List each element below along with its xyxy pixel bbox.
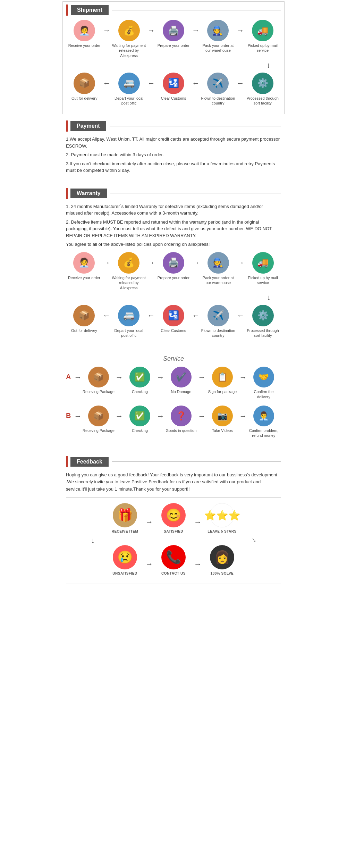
flow-item-7: 🚐 Depart your local post offic	[111, 73, 147, 106]
payment-line-2: 2. Payment must be made within 3 days of…	[66, 151, 281, 158]
flow-item-10: ⚙️ Processed through sort facility	[245, 73, 281, 106]
shipment-flow-row1: 🧑‍💼 Receive your order → 💰 Waiting for p…	[66, 20, 281, 58]
w-flow-label-10: Processed through sort facility	[245, 328, 281, 338]
sb-icon-4: 📷	[212, 406, 233, 426]
sb-label-3: Goods in question	[166, 428, 197, 433]
w-flow-icon-6: 📦	[73, 305, 95, 326]
w-flow-arrow-5: ←	[102, 311, 111, 320]
fb-item-stars: ⭐⭐⭐ LEAVE 5 STARS	[203, 503, 241, 533]
fb-arrow-up-left: ↑	[250, 536, 259, 545]
flow-arrow-4: →	[236, 26, 245, 35]
flow-arrow-1: →	[102, 26, 111, 35]
sa-arrow-3: →	[197, 373, 206, 382]
fb-arrow-3: →	[144, 560, 154, 569]
flow-label-9: Flown to destination country	[200, 96, 236, 106]
shipment-section: Shipment 🧑‍💼 Receive your order → 💰 Wait…	[62, 1, 285, 114]
w-flow-label-1: Receive your order	[68, 275, 100, 280]
w-flow-icon-8: 🛂	[163, 305, 184, 326]
shipment-title: Shipment	[71, 5, 109, 15]
sb-label-4: Take Videos	[212, 428, 233, 433]
service-a-arrow-start: →	[74, 373, 82, 382]
sa-item-3: ✔️ No Damage	[164, 367, 197, 394]
fb-item-solve: 👩 100% SOLVE	[203, 545, 241, 575]
fb-label-unsatisfied: UNSATISFIED	[112, 571, 137, 575]
w-flow-label-7: Depart your local post offic	[111, 328, 147, 338]
feedback-section: Feedback Hoping you can give us a good f…	[62, 456, 285, 590]
sb-icon-2: ✅	[129, 406, 150, 426]
service-row-b: B → 📦 Receving Package → ✅ Checking → ❓ …	[66, 406, 281, 438]
feedback-mid-arrows: ↓ ↑	[72, 536, 275, 545]
w-flow-label-8: Clear Customs	[161, 328, 186, 333]
flow-item-4: 🧑‍🔧 Pack your order at our warehouse	[200, 20, 236, 53]
flow-icon-7: 🚐	[118, 73, 140, 94]
feedback-title: Feedback	[70, 457, 109, 467]
sb-item-4: 📷 Take Videos	[206, 406, 239, 433]
flow-label-4: Pack your order at our warehouse	[200, 43, 236, 53]
flow-icon-4: 🧑‍🔧	[207, 20, 229, 41]
sa-item-4: 📋 Sign for package	[206, 367, 239, 394]
fb-item-contact: 📞 CONTACT US	[154, 545, 193, 575]
flow-arrow-6: ←	[147, 79, 155, 88]
sb-label-5: Confirm problem, refund money	[247, 428, 280, 438]
fb-arrow-2: →	[193, 518, 203, 527]
flow-arrow-2: →	[147, 26, 155, 35]
sb-item-5: 👨‍💼 Confirm problem, refund money	[247, 406, 280, 438]
flow-item-9: ✈️ Flown to destination country	[200, 73, 236, 106]
flow-item-8: 🛂 Clear Customs	[155, 73, 192, 101]
w-flow-arrow-6: ←	[147, 311, 155, 320]
sb-arrow-3: →	[197, 412, 206, 421]
service-b-arrow-start: →	[74, 412, 82, 421]
sb-item-3: ❓ Goods in question	[164, 406, 197, 433]
fb-label-satisfied: SATISFIED	[164, 529, 183, 533]
flow-item-2: 💰 Waiting for payment released by Aliexp…	[111, 20, 147, 58]
w-flow-down-arrow: ↓	[66, 293, 281, 302]
sa-label-2: Checking	[132, 389, 148, 394]
w-flow-icon-5: 🚚	[252, 252, 274, 274]
sb-icon-3: ❓	[171, 406, 192, 426]
flow-item-3: 🖨️ Prepare your order	[155, 20, 192, 48]
sa-icon-2: ✅	[129, 367, 150, 387]
w-flow-icon-2: 💰	[118, 252, 139, 274]
warranty-header: Warranty	[66, 188, 281, 199]
flow-label-3: Prepare your order	[158, 43, 189, 48]
flow-icon-8: 🛂	[163, 73, 184, 94]
feedback-header: Feedback	[66, 456, 281, 467]
w-flow-item-9: ✈️ Flown to destination country	[200, 305, 236, 338]
w-flow-icon-3: 🖨️	[163, 252, 184, 274]
service-row-a: A → 📦 Receving Package → ✅ Checking → ✔️…	[66, 367, 281, 399]
sb-label-1: Receving Package	[83, 428, 115, 433]
sa-arrow-1: →	[115, 373, 123, 382]
sa-label-1: Receving Package	[83, 389, 115, 394]
w-flow-icon-4: 🧑‍🔧	[208, 252, 229, 274]
w-flow-arrow-4: →	[236, 258, 245, 267]
w-flow-item-1: 🧑‍💼 Receive your order	[66, 252, 102, 280]
fb-icon-unsatisfied: 😢	[113, 545, 137, 569]
sa-icon-1: 📦	[88, 367, 109, 387]
w-flow-item-8: 🛂 Clear Customs	[155, 305, 192, 333]
sb-arrow-2: →	[156, 412, 164, 421]
w-flow-icon-10: ⚙️	[252, 305, 274, 326]
payment-line-3: 3.If you can't checkout immediately afte…	[66, 160, 281, 174]
service-b-flow: 📦 Receving Package → ✅ Checking → ❓ Good…	[82, 406, 281, 438]
flow-item-1: 🧑‍💼 Receive your order	[66, 20, 102, 48]
flow-item-6: 📦 Out for delivery	[66, 73, 102, 101]
sa-icon-4: 📋	[212, 367, 233, 387]
flow-down-arrow: ↓	[66, 61, 281, 70]
fb-item-satisfied: 😊 SATISFIED	[154, 503, 193, 533]
fb-icon-stars: ⭐⭐⭐	[210, 503, 234, 527]
service-letter-b: B	[66, 412, 71, 420]
w-flow-arrow-2: →	[147, 258, 155, 267]
fb-label-solve: 100% SOLVE	[211, 571, 234, 575]
w-flow-item-10: ⚙️ Processed through sort facility	[245, 305, 281, 338]
flow-label-6: Out for delivery	[71, 96, 98, 101]
w-flow-item-5: 🚚 Picked up by mail service	[245, 252, 281, 285]
w-flow-label-9: Flown to destination country	[200, 328, 236, 338]
sa-arrow-4: →	[239, 373, 247, 382]
w-flow-arrow-3: →	[192, 258, 200, 267]
w-flow-item-3: 🖨️ Prepare your order	[155, 252, 192, 280]
flow-arrow-8: ←	[236, 79, 245, 88]
warranty-flow-row2: 📦 Out for delivery ← 🚐 Depart your local…	[66, 305, 281, 338]
fb-label-stars: LEAVE 5 STARS	[208, 529, 236, 533]
feedback-text: Hoping you can give us a good feedback! …	[66, 471, 281, 493]
fb-item-unsatisfied: 😢 UNSATISFIED	[106, 545, 144, 575]
